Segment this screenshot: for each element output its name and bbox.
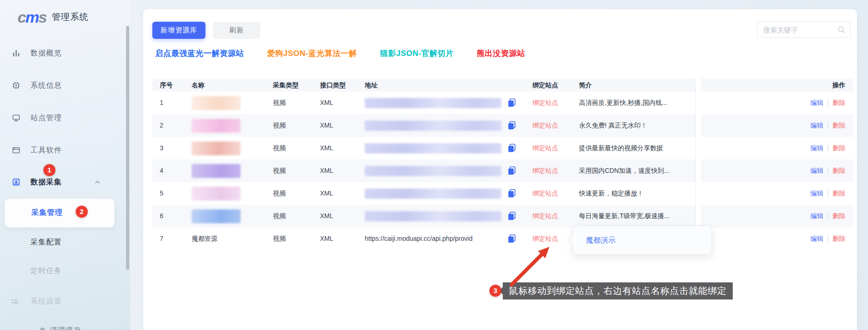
row-actions: 编辑|删除 — [810, 92, 845, 114]
sidebar: cms 管理系统 数据概览 系统信息 站点管理 工具软件 数据采集 采集管理 采… — [0, 0, 130, 330]
edit-link[interactable]: 编辑 — [810, 122, 823, 129]
row-actions: 编辑|删除 — [810, 182, 845, 205]
copy-icon[interactable] — [508, 121, 516, 130]
row-api: XML — [320, 137, 333, 159]
delete-link[interactable]: 删除 — [832, 99, 845, 106]
quick-link-aigou[interactable]: 爱狗JSON-蓝光算法一解 — [267, 48, 357, 59]
redacted-name-blob — [192, 141, 241, 155]
chevron-up-icon — [94, 179, 101, 185]
cms-logo-icon: cms — [18, 8, 46, 26]
header-desc: 简介 — [579, 79, 592, 92]
header-bind: 绑定站点 — [532, 79, 558, 92]
copy-icon[interactable] — [508, 189, 516, 198]
sidebar-item-clear-cache[interactable]: 清理缓存 — [0, 323, 130, 330]
edit-link[interactable]: 编辑 — [810, 167, 823, 174]
header-address: 地址 — [365, 79, 378, 92]
bind-site-link[interactable]: 绑定站点 — [532, 92, 558, 114]
sidebar-item-collect-manage[interactable]: 采集管理 — [5, 199, 115, 227]
delete-link[interactable]: 删除 — [832, 167, 845, 174]
bar-chart-icon — [12, 49, 20, 57]
edit-link[interactable]: 编辑 — [810, 189, 823, 197]
bind-site-link[interactable]: 绑定站点 — [532, 159, 558, 182]
copy-icon[interactable] — [508, 166, 516, 175]
row-type: 视频 — [273, 182, 286, 205]
redacted-address-blob — [365, 121, 501, 131]
bind-site-link[interactable]: 绑定站点 — [532, 205, 558, 227]
row-desc: 高清画质,更新快,秒播,国内线... — [579, 92, 667, 114]
sidebar-item-collect-config[interactable]: 采集配置 — [0, 234, 130, 250]
popup-site-link[interactable]: 魔都演示 — [586, 226, 615, 254]
sidebar-item-settings[interactable]: 系统设置 — [0, 293, 130, 309]
copy-icon[interactable] — [508, 212, 516, 220]
header-type: 采集类型 — [273, 79, 299, 92]
row-index: 3 — [160, 137, 163, 159]
row-actions: 编辑|删除 — [810, 159, 845, 182]
redacted-address-blob — [365, 98, 501, 108]
edit-link[interactable]: 编辑 — [810, 212, 823, 220]
row-actions: 编辑|删除 — [810, 114, 845, 137]
quick-link-xiongchumo[interactable]: 熊出没资源站 — [476, 48, 525, 59]
delete-link[interactable]: 删除 — [832, 212, 845, 220]
header-name: 名称 — [192, 79, 205, 92]
row-api: XML — [320, 92, 333, 114]
bind-site-link[interactable]: 绑定站点 — [532, 114, 558, 137]
sliders-icon — [11, 297, 19, 306]
row-api: XML — [320, 182, 333, 205]
delete-link[interactable]: 删除 — [832, 122, 845, 129]
redacted-address-blob — [365, 166, 501, 176]
add-resource-button[interactable]: 新增资源库 — [152, 22, 205, 39]
sidebar-item-system-info[interactable]: 系统信息 — [0, 78, 130, 93]
page-scrollbar[interactable] — [126, 26, 129, 270]
annotation-arrow-icon — [503, 239, 559, 288]
row-actions: 编辑|删除 — [810, 205, 845, 227]
bind-site-link[interactable]: 绑定站点 — [532, 137, 558, 159]
row-type: 视频 — [273, 92, 286, 114]
row-type: 视频 — [273, 205, 286, 227]
row-type: 视频 — [273, 159, 286, 182]
sidebar-item-data-overview[interactable]: 数据概览 — [0, 45, 130, 61]
table-row: 5 视频 XML 绑定站点 快速更新，稳定播放！ 编辑|删除 — [152, 182, 853, 205]
redacted-address-blob — [365, 189, 501, 199]
sidebar-item-data-collect[interactable]: 数据采集 — [0, 174, 130, 190]
delete-link[interactable]: 删除 — [832, 144, 845, 152]
quick-link-maoying[interactable]: 猫影JSON-官解切片 — [380, 48, 453, 59]
bind-site-link[interactable]: 绑定站点 — [532, 182, 558, 205]
table-row: 3 视频 XML 绑定站点 提供最新最快的视频分享数据 编辑|删除 — [152, 137, 853, 159]
fixed-column-divider — [695, 79, 701, 250]
redacted-name-blob — [192, 187, 241, 201]
search-input[interactable] — [763, 22, 832, 37]
search-icon — [837, 25, 846, 34]
table-row: 2 视频 XML 绑定站点 永久免费! 真正无水印！ 编辑|删除 — [152, 114, 853, 137]
row-api: XML — [320, 227, 333, 250]
row-api: XML — [320, 114, 333, 137]
row-type: 视频 — [273, 227, 286, 250]
monitor-icon — [12, 114, 20, 122]
collect-save-icon — [12, 178, 20, 186]
copy-icon[interactable] — [508, 98, 516, 107]
redacted-name-blob — [192, 164, 241, 178]
row-desc: 提供最新最快的视频分享数据 — [579, 137, 663, 159]
refresh-button[interactable]: 刷新 — [213, 22, 260, 39]
delete-link[interactable]: 删除 — [832, 189, 845, 197]
copy-icon[interactable] — [508, 144, 516, 153]
edit-link[interactable]: 编辑 — [810, 144, 823, 152]
table-row: 6 视频 XML 绑定站点 每日海量更新,T级带宽,极速播... 编辑|删除 — [152, 205, 853, 227]
sidebar-item-tools[interactable]: 工具软件 — [0, 142, 130, 158]
resource-url-link[interactable]: https://caiji.moduapi.cc/api.php/provid — [365, 227, 472, 250]
annotation-step-2-badge: 2 — [76, 206, 88, 218]
app-window-icon — [12, 146, 20, 154]
quick-link-qidian[interactable]: 启点最强蓝光一解资源站 — [155, 48, 244, 59]
table-header: 序号 名称 采集类型 接口类型 地址 绑定站点 简介 操作 — [152, 79, 853, 92]
row-index: 7 — [160, 227, 163, 250]
cpu-icon — [12, 81, 20, 90]
edit-link[interactable]: 编辑 — [810, 235, 823, 242]
sidebar-item-timer-task[interactable]: 定时任务 — [0, 263, 130, 279]
sidebar-item-site-manage[interactable]: 站点管理 — [0, 110, 130, 126]
annotation-step-1-badge: 1 — [43, 164, 55, 176]
delete-link[interactable]: 删除 — [832, 235, 845, 242]
redacted-address-blob — [365, 143, 501, 153]
annotation-step-3-badge: 3 — [489, 285, 501, 297]
row-name: 魔都资源 — [192, 227, 217, 250]
edit-link[interactable]: 编辑 — [810, 99, 823, 106]
row-index: 4 — [160, 159, 163, 182]
